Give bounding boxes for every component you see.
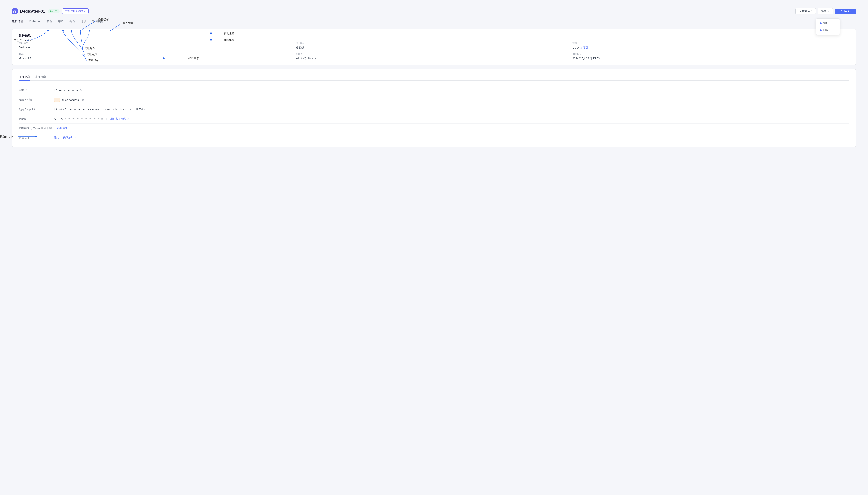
tab-collection[interactable]: Collection (29, 18, 41, 25)
create-time-label: 创建时间 (572, 53, 849, 56)
tab-migration[interactable]: 迁移 (81, 18, 86, 25)
compat-label: 兼容 (19, 53, 296, 56)
tab-import-data[interactable]: 导入数据 (92, 18, 103, 25)
add-ip-link[interactable]: 添加 IP 访问地址 ↗ (54, 136, 77, 139)
token-copy-icon[interactable]: ⧉ (101, 117, 103, 121)
cloud-region-copy-icon[interactable]: ⧉ (82, 98, 84, 102)
cluster-id-label: 集群 ID (19, 88, 51, 92)
svg-line-4 (15, 11, 16, 12)
tab-users[interactable]: 用户 (58, 18, 64, 25)
ip-whitelist-value: 添加 IP 访问地址 ↗ (54, 136, 849, 139)
conn-tab-guide[interactable]: 连接指南 (35, 74, 46, 81)
tab-cluster-detail[interactable]: 集群详情 (12, 18, 23, 25)
endpoint-copy-icon[interactable]: ⧉ (145, 108, 146, 111)
svg-line-3 (14, 11, 15, 12)
svg-point-2 (15, 12, 16, 13)
cu-type-item: CU 类型 性能型 (296, 41, 572, 49)
compat-item: 兼容 Milvus 2.3.x (19, 53, 296, 61)
delete-dot (820, 29, 822, 31)
cluster-type-item: 集群类型 Dedicated (19, 41, 296, 49)
cloud-region-label: 云服务地域 (19, 98, 51, 102)
create-time-value: 2024年7月24日 15:53 (572, 57, 849, 61)
create-time-item: 创建时间 2024年7月24日 15:53 (572, 53, 849, 61)
tab-metrics[interactable]: 指标 (47, 18, 52, 25)
user-pwd-link[interactable]: 用户名：密码 ↗ (110, 117, 129, 121)
private-link-label: 私网连接 (Private Link) ⓘ (19, 126, 52, 130)
public-endpoint-label: 公共 Endpoint (19, 107, 51, 111)
creator-value: admin@zilliz.com (296, 57, 572, 60)
actions-dropdown: 挂起 删除 (816, 18, 840, 35)
svg-point-0 (15, 10, 15, 11)
spec-item: 规格 1 CU 扩缩容 (572, 41, 849, 49)
private-link-row: 私网连接 (Private Link) ⓘ + 私网连接 (19, 124, 849, 133)
cluster-id-copy-icon[interactable]: ⧉ (80, 88, 82, 92)
play-icon: ▷ (799, 10, 801, 13)
connection-card: 连接信息 连接指南 集群 ID in01-xxxxxxxxxxxxxx ⧉ 云服… (12, 69, 856, 147)
cluster-id-value: in01-xxxxxxxxxxxxxx ⧉ (54, 88, 849, 92)
token-row: Token API Key ••••••••••••••••••••••••••… (19, 114, 849, 124)
api-key-label: API Key (54, 117, 64, 120)
compat-value: Milvus 2.3.x (19, 57, 296, 60)
expand-link[interactable]: 扩缩容 (580, 46, 588, 49)
ip-whitelist-label: IP 白名单 (19, 136, 51, 139)
conn-tab-info[interactable]: 连接信息 (19, 74, 30, 81)
tab-backup[interactable]: 备份 (69, 18, 75, 25)
cluster-type-label: 集群类型 (19, 41, 296, 45)
suspend-dot (820, 22, 822, 24)
header-bar: Dedicated-01 运行中 立刻试用新功能 > ▷ 探索 API 操作 ∨… (12, 8, 856, 15)
token-value: API Key •••••••••••••••••••••••••• ⧉ | 用… (54, 117, 849, 121)
ali-badge: [-] (54, 98, 60, 102)
ali-icon: [-] (56, 98, 58, 101)
chevron-down-icon: ∨ (828, 10, 830, 13)
private-link-tag: (Private Link) (31, 127, 48, 130)
token-label: Token (19, 117, 51, 120)
cluster-info-card: 集群信息 集群类型 Dedicated CU 类型 性能型 规格 1 CU 扩缩… (12, 29, 856, 65)
cluster-type-value: Dedicated (19, 46, 296, 49)
connection-tabs: 连接信息 连接指南 (19, 74, 849, 81)
private-link-value: + 私网连接 (55, 126, 849, 130)
separator: | (106, 117, 107, 120)
svg-text:设置白名单: 设置白名单 (0, 135, 13, 138)
explore-api-button[interactable]: ▷ 探索 API (796, 8, 816, 15)
ip-whitelist-row: IP 白名单 添加 IP 访问地址 ↗ (19, 133, 849, 142)
header-right: ▷ 探索 API 操作 ∨ + Collection (796, 8, 856, 15)
cluster-name: Dedicated-01 (20, 9, 45, 14)
spec-value: 1 CU 扩缩容 (572, 46, 849, 49)
public-endpoint-row: 公共 Endpoint https:// in01-xxxxxxxxxxxxxx… (19, 105, 849, 114)
public-endpoint-value: https:// in01-xxxxxxxxxxxxxx.ali-cn-hang… (54, 107, 849, 111)
svg-point-1 (14, 12, 15, 13)
cluster-id-row: 集群 ID in01-xxxxxxxxxxxxxx ⧉ (19, 86, 849, 95)
cluster-info-grid: 集群类型 Dedicated CU 类型 性能型 规格 1 CU 扩缩容 兼容 … (19, 41, 849, 61)
token-masked: •••••••••••••••••••••••••• (65, 117, 99, 120)
external-link-icon: ↗ (127, 117, 129, 120)
cloud-region-row: 云服务地域 [-] ali-cn-hangzhou ⧉ (19, 95, 849, 105)
main-tabs: 集群详情 Collection 指标 用户 备份 迁移 导入数据 (12, 18, 856, 25)
external-icon: ↗ (74, 136, 77, 139)
private-link-info-icon[interactable]: ⓘ (49, 127, 52, 130)
creator-label: 创建人 (296, 53, 572, 56)
delete-menu-item[interactable]: 删除 (816, 27, 840, 34)
actions-button[interactable]: 操作 ∨ (818, 8, 833, 15)
spec-label: 规格 (572, 41, 849, 45)
add-private-link-button[interactable]: + 私网连接 (55, 126, 68, 130)
cu-type-value: 性能型 (296, 46, 572, 49)
cluster-info-title: 集群信息 (19, 34, 849, 37)
cu-type-label: CU 类型 (296, 41, 572, 45)
cloud-region-value: [-] ali-cn-hangzhou ⧉ (54, 98, 849, 102)
suspend-menu-item[interactable]: 挂起 (816, 20, 840, 27)
creator-item: 创建人 admin@zilliz.com (296, 53, 572, 61)
header-left: Dedicated-01 运行中 立刻试用新功能 > (12, 8, 88, 14)
status-badge: 运行中 (48, 9, 60, 14)
add-collection-button[interactable]: + Collection (835, 8, 856, 14)
cluster-icon (12, 8, 18, 14)
try-new-features-button[interactable]: 立刻试用新功能 > (62, 8, 88, 14)
